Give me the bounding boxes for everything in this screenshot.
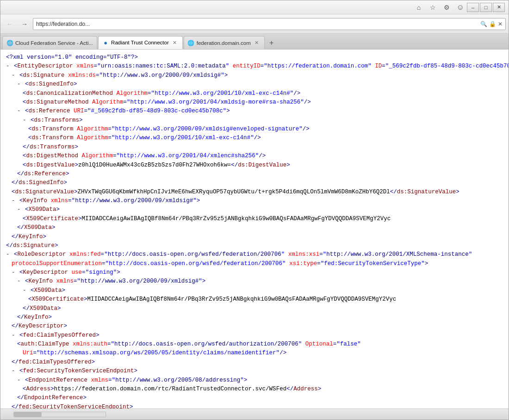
tab-label-3: federation.domain.com bbox=[197, 40, 251, 46]
collapse-keyinfo[interactable]: - bbox=[12, 198, 15, 204]
xml-content[interactable]: <?xml version="1.0" encoding="UTF-8"?> -… bbox=[0, 49, 509, 408]
window-controls: – □ ✕ bbox=[467, 3, 505, 12]
xml-line-authclaim-uri: Uri="http://schemas.xmlsoap.org/ws/2005/… bbox=[23, 349, 503, 358]
refresh-icon[interactable]: ✕ bbox=[498, 21, 503, 27]
forward-button[interactable]: → bbox=[18, 18, 31, 31]
xml-line-claimtypes-close: </fed:ClaimTypesOffered> bbox=[12, 358, 503, 367]
xml-line-keyinfo-close: </KeyInfo> bbox=[12, 233, 503, 241]
tab-close-2[interactable]: ✕ bbox=[171, 39, 179, 46]
collapse-ref[interactable]: - bbox=[17, 108, 21, 114]
xml-line-transforms-open: - <ds:Transforms> bbox=[23, 116, 503, 125]
xml-line-entity-desc-open: - <EntityDescriptor xmlns="urn:oasis:nam… bbox=[6, 62, 503, 71]
xml-line-roledescriptor-open: - <RoleDescriptor xmlns:fed="http://docs… bbox=[6, 250, 503, 259]
xml-line-x509data2-open: - <X509Data> bbox=[23, 286, 503, 295]
collapse-epref[interactable]: - bbox=[17, 377, 21, 383]
home-icon[interactable]: ⌂ bbox=[412, 1, 425, 14]
horizontal-scrollbar[interactable] bbox=[13, 412, 106, 417]
address-bar[interactable]: https://federation.do... 🔍 🔒 ✕ bbox=[33, 18, 506, 30]
xml-line-sig-open: - <ds:Signature xmlns:ds="http://www.w3.… bbox=[12, 71, 503, 80]
collapse-transforms[interactable]: - bbox=[23, 117, 26, 124]
xml-line-signedinfo-open: - <ds:SignedInfo> bbox=[17, 80, 503, 89]
lock-icon: 🔒 bbox=[489, 21, 496, 27]
collapse-entity-desc[interactable]: - bbox=[6, 63, 10, 69]
xml-line-keydescriptor-open: - <KeyDescriptor use="signing"> bbox=[12, 268, 503, 277]
xml-line-epref-close: </EndpointReference> bbox=[17, 394, 503, 402]
tab-bar: 🌐 Cloud Federation Service - Acti... ● R… bbox=[0, 34, 509, 49]
title-bar-icons: ⌂ ☆ ⚙ ☺ bbox=[412, 1, 467, 14]
smiley-icon[interactable]: ☺ bbox=[454, 1, 467, 14]
browser-window: ⌂ ☆ ⚙ ☺ – □ ✕ ← → https://federation.do.… bbox=[0, 0, 509, 420]
xml-line-sigvalue: <ds:SignatureValue>ZHVxTWqGGU6qKbmWfkhHp… bbox=[12, 188, 503, 197]
tab-radiant-trust[interactable]: ● Radiant Trust Connector ✕ bbox=[98, 36, 183, 49]
xml-line-keyinfo2-open: - <KeyInfo xmlns="http://www.w3.org/2000… bbox=[17, 277, 503, 286]
xml-line-roledescriptor-attrs: protocolSupportEnumeration="http://docs.… bbox=[12, 259, 503, 268]
back-button[interactable]: ← bbox=[3, 18, 16, 31]
xml-line-x509data2-close: </X509Data> bbox=[23, 304, 503, 313]
search-icon[interactable]: 🔍 bbox=[480, 21, 487, 27]
collapse-stsep[interactable]: - bbox=[12, 368, 15, 374]
xml-line-digestmethod: <ds:DigestMethod Algorithm="http://www.w… bbox=[23, 152, 503, 161]
collapse-x509[interactable]: - bbox=[17, 206, 21, 213]
xml-line-signedinfo-close: </ds:SignedInfo> bbox=[12, 179, 503, 187]
xml-line-x509cert: <X509Certificate>MIIDADCCAeigAwIBAgIQBf8… bbox=[23, 215, 503, 223]
collapse-sig[interactable]: - bbox=[12, 72, 15, 79]
xml-line-stsendpoint-open: - <fed:SecurityTokenServiceEndpoint> bbox=[12, 367, 503, 376]
navigation-toolbar: ← → https://federation.do... 🔍 🔒 ✕ bbox=[0, 14, 509, 34]
tab-label-1: Cloud Federation Service - Acti... bbox=[15, 40, 93, 46]
tab-label-2: Radiant Trust Connector bbox=[111, 40, 169, 45]
collapse-signedinfo[interactable]: - bbox=[17, 81, 21, 87]
collapse-x5092[interactable]: - bbox=[23, 287, 26, 294]
new-tab-button[interactable]: + bbox=[266, 37, 278, 49]
xml-line-authclaim: <auth:ClaimType xmlns:auth="http://docs.… bbox=[17, 340, 503, 349]
maximize-button[interactable]: □ bbox=[480, 3, 492, 12]
tab-federation-domain[interactable]: 🌐 federation.domain.com ✕ bbox=[184, 36, 265, 49]
settings-icon[interactable]: ⚙ bbox=[440, 1, 453, 14]
collapse-keydesc[interactable]: - bbox=[12, 269, 15, 276]
title-bar: ⌂ ☆ ⚙ ☺ – □ ✕ bbox=[0, 0, 509, 14]
xml-line-canon: <ds:CanonicalizationMethod Algorithm="ht… bbox=[23, 89, 503, 98]
xml-line-keyinfo-open: - <KeyInfo xmlns="http://www.w3.org/2000… bbox=[12, 197, 503, 205]
xml-line-x509data-close: </X509Data> bbox=[17, 223, 503, 232]
xml-line-transforms-close: </ds:Transforms> bbox=[23, 143, 503, 152]
xml-line-reference-close: </ds:Reference> bbox=[17, 170, 503, 179]
address-icons: 🔍 🔒 ✕ bbox=[480, 21, 503, 27]
tab-favicon-1: 🌐 bbox=[6, 40, 13, 46]
tab-favicon-2: ● bbox=[102, 39, 109, 46]
scrollbar-thumb bbox=[14, 412, 42, 417]
xml-line-keyinfo2-close: </KeyInfo> bbox=[17, 313, 503, 322]
address-text: https://federation.do... bbox=[36, 21, 480, 27]
collapse-keyinfo2[interactable]: - bbox=[17, 278, 21, 284]
xml-line-transform1: <ds:Transform Algorithm="http://www.w3.o… bbox=[28, 125, 503, 134]
tab-close-3[interactable]: ✕ bbox=[253, 39, 261, 47]
tab-cloud-federation[interactable]: 🌐 Cloud Federation Service - Acti... bbox=[2, 36, 97, 49]
collapse-roledesc[interactable]: - bbox=[6, 251, 10, 258]
xml-line-keydescriptor-close: </KeyDescriptor> bbox=[12, 322, 503, 331]
xml-line-x509cert2: <X509Certificate>MIIDADCCAeigAwIBAgIQBf8… bbox=[28, 295, 503, 304]
collapse-claimtypes[interactable]: - bbox=[12, 332, 15, 339]
xml-line-digestvalue: <ds:DigestValue>z0hlQ1D0HueAWMx43cGzB5zb… bbox=[23, 161, 503, 170]
xml-line-address1: <Address>https://federation.domain.com/r… bbox=[23, 385, 503, 394]
tab-favicon-3: 🌐 bbox=[188, 40, 194, 46]
xml-line-reference-open: - <ds:Reference URI="#_569c2fdb-df85-48d… bbox=[17, 107, 503, 116]
close-button[interactable]: ✕ bbox=[493, 3, 505, 12]
xml-line-stsendpoint-close: </fed:SecurityTokenServiceEndpoint> bbox=[12, 403, 503, 408]
minimize-button[interactable]: – bbox=[467, 3, 479, 12]
xml-line-decl: <?xml version="1.0" encoding="UTF-8"?> bbox=[6, 53, 503, 62]
status-bar bbox=[0, 408, 509, 420]
xml-line-sigmethod: <ds:SignatureMethod Algorithm="http://ww… bbox=[23, 98, 503, 107]
xml-line-x509data-open: - <X509Data> bbox=[17, 205, 503, 214]
favorites-icon[interactable]: ☆ bbox=[426, 1, 439, 14]
xml-line-claimtypes-open: - <fed:ClaimTypesOffered> bbox=[12, 331, 503, 340]
xml-line-epref-open: - <EndpointReference xmlns="http://www.w… bbox=[17, 376, 503, 385]
xml-line-sig-close: </ds:Signature> bbox=[6, 241, 503, 250]
xml-line-transform2: <ds:Transform Algorithm="http://www.w3.o… bbox=[28, 134, 503, 142]
